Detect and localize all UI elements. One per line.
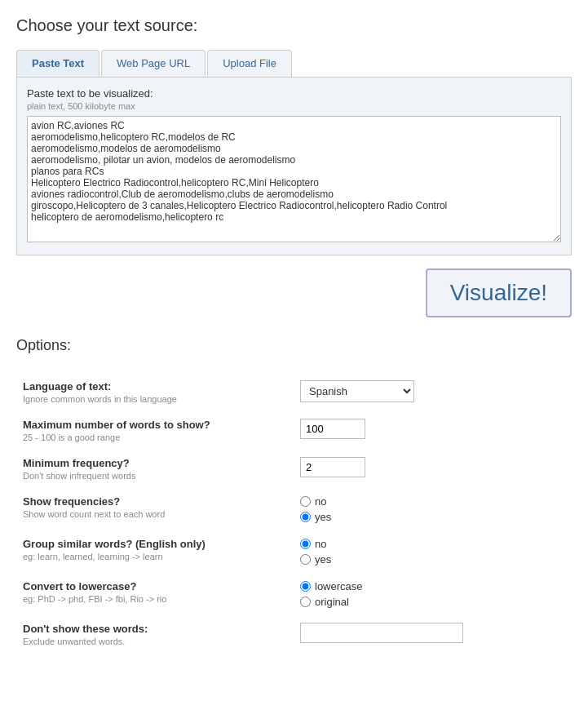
option-excludewords-label: Don't show these words: — [23, 623, 287, 635]
option-minfreq-left: Minimum frequency? Don't show infrequent… — [16, 454, 294, 484]
option-groupsimilar-row: Group similar words? (English only) eg: … — [16, 535, 572, 569]
showfreq-no-text: no — [315, 495, 326, 508]
option-case-right: lowercase original — [294, 577, 572, 611]
option-showfreq-left: Show frequencies? Show word count next t… — [16, 492, 294, 526]
paste-hint: plain text, 500 kilobyte max — [27, 101, 561, 111]
option-maxwords-row: Maximum number of words to show? 25 - 10… — [16, 415, 572, 446]
option-maxwords-hint: 25 - 100 is a good range — [23, 433, 287, 442]
groupsimilar-radio-group: no yes — [300, 538, 565, 566]
option-groupsimilar-label: Group similar words? (English only) — [23, 538, 287, 550]
case-radio-group: lowercase original — [300, 580, 565, 608]
option-language-label: Language of text: — [23, 380, 287, 393]
option-showfreq-row: Show frequencies? Show word count next t… — [16, 492, 572, 526]
tab-bar: Paste Text Web Page URL Upload File — [16, 50, 572, 77]
option-showfreq-label: Show frequencies? — [23, 495, 287, 508]
option-excludewords-left: Don't show these words: Exclude unwanted… — [16, 619, 294, 650]
max-words-input[interactable] — [300, 419, 365, 439]
showfreq-radio-group: no yes — [300, 495, 565, 523]
showfreq-yes-label[interactable]: yes — [300, 511, 565, 523]
option-case-label: Convert to lowercase? — [23, 580, 287, 592]
option-excludewords-hint: Exclude unwanted words. — [23, 637, 287, 646]
visualize-button[interactable]: Visualize! — [426, 268, 572, 317]
option-groupsimilar-right: no yes — [294, 535, 572, 569]
option-minfreq-label: Minimum frequency? — [23, 457, 287, 469]
case-original-radio[interactable] — [300, 597, 311, 607]
showfreq-yes-text: yes — [315, 511, 331, 523]
option-excludewords-right — [294, 619, 572, 650]
visualize-row: Visualize! — [16, 268, 572, 317]
showfreq-yes-radio[interactable] — [300, 512, 311, 522]
option-language-left: Language of text: Ignore common words in… — [16, 377, 294, 407]
option-groupsimilar-hint: eg: learn, learned, learning -> learn — [23, 552, 287, 561]
option-minfreq-hint: Don't show infrequent words — [23, 471, 287, 481]
option-case-left: Convert to lowercase? eg: PhD -> phd, FB… — [16, 577, 294, 611]
option-case-hint: eg: PhD -> phd, FBI -> fbi, Rio -> rio — [23, 594, 287, 604]
paste-section: Paste text to be visualized: plain text,… — [16, 77, 572, 255]
groupsimilar-no-text: no — [315, 538, 326, 550]
paste-label: Paste text to be visualized: — [27, 87, 561, 100]
option-groupsimilar-left: Group similar words? (English only) eg: … — [16, 535, 294, 569]
min-freq-input[interactable] — [300, 457, 365, 477]
option-case-row: Convert to lowercase? eg: PhD -> phd, FB… — [16, 577, 572, 611]
options-title: Options: — [16, 337, 572, 354]
option-minfreq-right — [294, 454, 572, 484]
case-lowercase-radio[interactable] — [300, 581, 311, 592]
case-original-label[interactable]: original — [300, 596, 565, 608]
showfreq-no-radio[interactable] — [300, 496, 311, 507]
language-select[interactable]: (no language)DanishDutchEnglishFinnishFr… — [300, 380, 414, 402]
paste-textarea[interactable] — [27, 116, 561, 242]
option-language-row: Language of text: Ignore common words in… — [16, 377, 572, 407]
tab-web-page-url[interactable]: Web Page URL — [101, 50, 206, 77]
options-table: Language of text: Ignore common words in… — [16, 369, 572, 658]
option-showfreq-right: no yes — [294, 492, 572, 526]
groupsimilar-yes-radio[interactable] — [300, 554, 311, 565]
groupsimilar-yes-label[interactable]: yes — [300, 553, 565, 566]
showfreq-no-label[interactable]: no — [300, 495, 565, 508]
case-original-text: original — [315, 596, 349, 608]
option-maxwords-label: Maximum number of words to show? — [23, 419, 287, 431]
option-maxwords-right — [294, 415, 572, 446]
tab-paste-text[interactable]: Paste Text — [16, 50, 99, 77]
tab-upload-file[interactable]: Upload File — [207, 50, 292, 77]
option-excludewords-row: Don't show these words: Exclude unwanted… — [16, 619, 572, 650]
case-lowercase-label[interactable]: lowercase — [300, 580, 565, 592]
groupsimilar-no-label[interactable]: no — [300, 538, 565, 550]
case-lowercase-text: lowercase — [315, 580, 363, 592]
option-showfreq-hint: Show word count next to each word — [23, 509, 287, 519]
option-language-right: (no language)DanishDutchEnglishFinnishFr… — [294, 377, 572, 407]
page-title: Choose your text source: — [16, 16, 572, 35]
option-maxwords-left: Maximum number of words to show? 25 - 10… — [16, 415, 294, 446]
groupsimilar-yes-text: yes — [315, 553, 331, 566]
groupsimilar-no-radio[interactable] — [300, 539, 311, 549]
exclude-words-input[interactable] — [300, 623, 463, 643]
option-language-hint: Ignore common words in this language — [23, 394, 287, 404]
option-minfreq-row: Minimum frequency? Don't show infrequent… — [16, 454, 572, 484]
